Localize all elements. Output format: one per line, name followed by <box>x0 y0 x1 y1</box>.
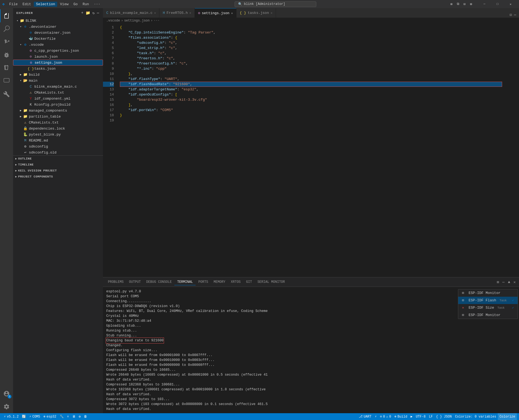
panel-tab-xrtos[interactable]: XRTOS <box>228 279 243 285</box>
menu-esp-idf-size[interactable]: ✕ ESP-IDF Size Task ✓ <box>458 304 518 311</box>
tree-item-c-cpp[interactable]: ⚙ c_cpp_properties.json <box>13 48 103 54</box>
tree-item-cmake-main[interactable]: ⚠ CMakeLists.txt <box>13 90 103 96</box>
status-build-status[interactable]: ⊕ Build <box>393 413 409 420</box>
tab-blink-main[interactable]: C blink_example_main.c ✕ <box>103 8 159 18</box>
status-uart[interactable]: ⎇ UART <box>357 413 373 420</box>
activity-idf-monitor[interactable] <box>0 75 13 88</box>
tab-tasks-close[interactable]: ✕ <box>271 11 272 15</box>
maximize-btn[interactable]: □ <box>491 0 504 8</box>
panel-tab-ports[interactable]: PORTS <box>196 279 211 285</box>
section-project-components[interactable]: ▶ PROJECT COMPONENTS <box>13 174 103 180</box>
tab-settings-close[interactable]: ✕ <box>231 11 233 15</box>
tree-item-build[interactable]: ▶ 📁 build <box>13 72 103 78</box>
status-version[interactable]: ⚡ v5.1.2 <box>2 413 20 420</box>
tab-settings[interactable]: ⚙ settings.json ✕ <box>195 8 236 18</box>
minimize-btn[interactable]: ─ <box>478 0 491 8</box>
tree-item-vscode[interactable]: ▾ ⚙ .vscode <box>13 42 103 48</box>
panel-tab-problems[interactable]: PROBLEMS <box>105 279 126 285</box>
menu-edit[interactable]: Edit <box>20 2 33 7</box>
status-lightning[interactable]: ⚡ <box>373 413 378 420</box>
section-keil[interactable]: ▶ KEIL UVISION PROJECT <box>13 168 103 174</box>
more-actions-btn[interactable]: ⋯ <box>514 12 517 18</box>
status-run[interactable]: ▶ <box>409 413 414 420</box>
activity-debug[interactable] <box>0 48 13 62</box>
status-target[interactable]: ⊕ esp32 <box>42 413 58 420</box>
section-timeline[interactable]: ▶ TIMELINE <box>13 162 103 168</box>
panel-close-btn[interactable]: ✕ <box>512 279 517 285</box>
status-errors[interactable]: ⊙ 0 ⚠ 0 <box>378 413 393 420</box>
tree-item-sdkconfig-old[interactable]: ↩ sdkconfig.old <box>13 149 103 155</box>
panel-tab-memory[interactable]: MEMORY <box>211 279 228 285</box>
breadcrumb-file[interactable]: settings.json <box>124 19 150 23</box>
menu-run[interactable]: Run <box>80 2 91 7</box>
tree-item-cmake-root[interactable]: ⚠ CMakeLists.txt <box>13 119 103 125</box>
collapse-btn[interactable]: ⋯ <box>96 10 100 16</box>
panel-tab-terminal[interactable]: TERMINAL <box>174 279 196 285</box>
tab-freertos[interactable]: H FreeRTOS.h ✕ <box>159 8 195 18</box>
status-config-btn[interactable]: ⚙ <box>77 413 82 420</box>
split-editor-btn[interactable]: ⊡ <box>509 12 512 18</box>
status-line-ending[interactable]: LF <box>427 413 434 420</box>
menu-go[interactable]: Go <box>71 2 80 7</box>
tree-item-settings[interactable]: ⚙ settings.json <box>13 60 103 66</box>
status-language[interactable]: { } JSON <box>435 413 454 420</box>
new-folder-btn[interactable]: 📁 <box>85 10 91 16</box>
tree-item-partition[interactable]: ▶ 📁 partition_table <box>13 114 103 119</box>
menu-esp-idf-flash[interactable]: ⊡ ESP-IDF Flash Task ✓ <box>458 297 518 304</box>
tree-item-sdkconfig[interactable]: ⚙ sdkconfig <box>13 143 103 149</box>
tree-item-readme[interactable]: M README.md <box>13 137 103 143</box>
section-outline[interactable]: ▶ OUTLINE <box>13 156 103 162</box>
activity-source-control[interactable] <box>0 35 13 48</box>
tree-item-dependencies[interactable]: 🔒 dependencies.lock <box>13 125 103 131</box>
menu-esp-idf-monitor-2[interactable]: ⊡ ESP-IDF Monitor <box>458 311 518 319</box>
new-file-btn[interactable]: + <box>81 10 84 16</box>
panel-tab-debug[interactable]: DEBUG CONSOLE <box>144 279 175 285</box>
layout-btn[interactable]: ⊞ <box>449 1 454 7</box>
tree-item-tasks[interactable]: { } tasks.json <box>13 66 103 72</box>
activity-tools[interactable] <box>0 88 13 101</box>
toggle-panel-btn[interactable]: ⊟ <box>462 1 467 7</box>
status-build-btn[interactable]: 🔧 <box>58 413 65 420</box>
tree-item-kconfig[interactable]: K Kconfig.projbuild <box>13 102 103 108</box>
tree-item-idf-comp[interactable]: Y idf_component.yml <box>13 96 103 102</box>
breadcrumb-vscode[interactable]: .vscode <box>106 19 120 23</box>
status-trash-btn[interactable]: 🗑 <box>82 413 89 420</box>
menu-esp-idf-monitor-1[interactable]: ⊡ ESP-IDF Monitor <box>458 289 518 297</box>
menu-view[interactable]: View <box>58 2 71 7</box>
menu-more[interactable]: ··· <box>92 2 102 7</box>
terminal-content[interactable]: esptool.py v4.7.0 Serial port COM5 Conne… <box>103 287 457 413</box>
breadcrumb-more[interactable]: ··· <box>154 19 160 23</box>
tab-blink-close[interactable]: ✕ <box>154 11 156 15</box>
tree-item-main[interactable]: ▾ 📂 main <box>13 78 103 84</box>
search-box[interactable]: 🔍 blink [Administrator] <box>235 1 316 7</box>
status-flash-btn[interactable]: ⬆ <box>65 413 71 420</box>
panel-layout-btn[interactable]: ⊞ <box>496 279 500 285</box>
status-sync[interactable]: 🔄 <box>20 413 28 420</box>
refresh-btn[interactable]: ↻ <box>92 10 95 16</box>
status-monitor-btn[interactable]: 🖥 <box>71 413 77 420</box>
tree-root-blink[interactable]: ▾ 📁 BLINK <box>13 18 103 24</box>
panel-tab-output[interactable]: OUTPUT <box>126 279 144 285</box>
panel-tab-serial[interactable]: SERIAL MONITOR <box>255 279 288 285</box>
activity-extensions[interactable] <box>0 62 13 75</box>
menu-selection[interactable]: Selection <box>34 2 57 7</box>
activity-settings[interactable] <box>0 400 13 413</box>
tree-item-pytest[interactable]: 🐍 pytest_blink.py <box>13 131 103 137</box>
status-port[interactable]: ⚡ COM5 <box>28 413 42 420</box>
activity-search[interactable] <box>0 22 13 35</box>
tree-item-devcontainer[interactable]: ▾ ⊙ .devcontainer <box>13 24 103 30</box>
panel-more-btn[interactable]: ⋯ <box>501 279 506 285</box>
status-colorize-btn[interactable]: Colorize <box>498 413 517 420</box>
code-area[interactable]: { "C_Cpp.intelliSenseEngine": "Tag Parse… <box>117 24 505 277</box>
tab-freertos-close[interactable]: ✕ <box>189 11 191 15</box>
activity-explorer[interactable] <box>0 9 13 22</box>
tree-item-blink-main[interactable]: C blink_example_main.c <box>13 84 103 90</box>
tree-item-devcontainer-json[interactable]: ⊙ devcontainer.json <box>13 30 103 36</box>
status-colorize[interactable]: Colorize: 0 variables <box>453 413 498 420</box>
customize-btn[interactable]: ⊞ <box>468 1 474 7</box>
panel-maximize-btn[interactable]: ▲ <box>507 279 511 285</box>
panel-tab-git[interactable]: GIT <box>243 279 255 285</box>
tree-item-managed[interactable]: ▶ 📁 managed_components <box>13 108 103 114</box>
tree-item-dockerfile[interactable]: 🐳 Dockerfile <box>13 36 103 42</box>
menu-file[interactable]: File <box>7 2 20 7</box>
